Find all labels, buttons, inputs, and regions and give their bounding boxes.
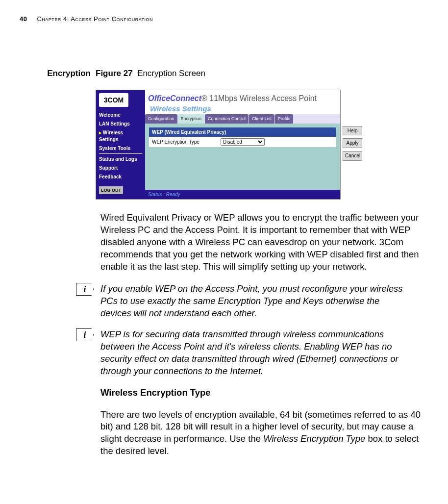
brand-suffix: ® 11Mbps Wireless Access Point — [201, 94, 317, 102]
wep-type-label: WEP Encryption Type — [152, 139, 221, 146]
apply-button[interactable]: Apply — [343, 138, 362, 148]
figure-label: Figure 27 — [96, 69, 133, 78]
nav-welcome[interactable]: Welcome — [99, 112, 142, 119]
sidebar: 3COM Welcome LAN Settings Wireless Setti… — [96, 90, 145, 199]
figure-caption-text: Encryption Screen — [137, 69, 205, 78]
chapter-title: Chapter 4: Access Point Configuration — [37, 15, 153, 24]
subsection-heading: Wireless Encryption Type — [100, 386, 428, 399]
info-icon: i — [76, 283, 94, 296]
status-bar: Status : Ready — [145, 190, 340, 200]
tab-profile[interactable]: Profile — [275, 114, 294, 123]
body-paragraph-2: There are two levels of encryption avail… — [100, 409, 428, 458]
nav-status-logs[interactable]: Status and Logs — [99, 156, 142, 163]
brand-header: OfficeConnect® 11Mbps Wireless Access Po… — [145, 90, 340, 104]
note-1: If you enable WEP on the Access Point, y… — [100, 283, 428, 320]
body2-em: Wireless Encryption Type — [263, 433, 365, 444]
settings-panel: WEP (Wired Equivalent Privacy) WEP Encry… — [145, 124, 340, 190]
tab-encryption[interactable]: Encryption — [178, 114, 205, 123]
nav-wireless-settings[interactable]: Wireless Settings — [99, 129, 142, 143]
tab-client-list[interactable]: Client List — [249, 114, 274, 123]
figure-caption: Figure 27 Encryption Screen — [96, 68, 428, 79]
tab-configuration[interactable]: Configuration — [145, 114, 177, 123]
figure-screenshot: 3COM Welcome LAN Settings Wireless Setti… — [96, 90, 341, 200]
section-heading: Encryption — [20, 68, 96, 200]
nav-support[interactable]: Support — [99, 165, 142, 172]
info-icon: i — [76, 328, 94, 341]
tab-connection-control[interactable]: Connection Control — [205, 114, 249, 123]
wep-section-title: WEP (Wired Equivalent Privacy) — [149, 127, 336, 137]
logout-button[interactable]: LOG OUT — [99, 186, 123, 194]
nav-feedback[interactable]: Feedback — [99, 174, 142, 180]
note-2: WEP is for securing data transmitted thr… — [100, 328, 428, 378]
page-number: 40 — [20, 15, 27, 24]
cancel-button[interactable]: Cancel — [343, 151, 362, 161]
intro-paragraph: Wired Equivalent Privacy or WEP allows y… — [100, 212, 428, 273]
nav-system-tools[interactable]: System Tools — [99, 145, 142, 152]
nav-lan-settings[interactable]: LAN Settings — [99, 121, 142, 127]
help-button[interactable]: Help — [343, 126, 362, 136]
tab-bar: Configuration Encryption Connection Cont… — [145, 114, 340, 123]
page-subtitle: Wireless Settings — [145, 104, 340, 114]
logo-3com: 3COM — [99, 93, 128, 107]
wep-type-select[interactable]: Disabled — [221, 138, 265, 146]
brand-officeconnect: OfficeConnect — [148, 94, 201, 102]
